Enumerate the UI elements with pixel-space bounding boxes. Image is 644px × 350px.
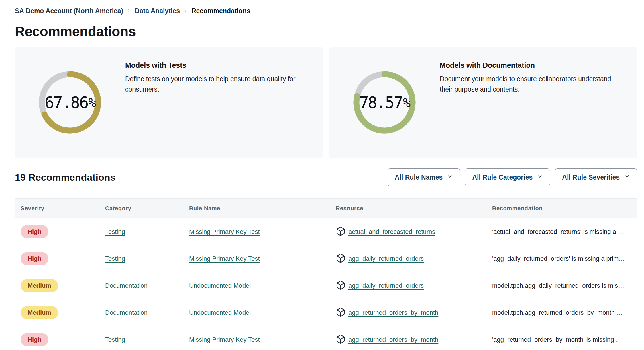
category-link[interactable]: Testing <box>105 336 125 343</box>
resource-cell: actual_and_forecasted_returns <box>330 226 486 237</box>
severity-badge: High <box>21 252 48 265</box>
rule-name-cell: Undocumented Model <box>183 282 330 289</box>
column-header-resource: Resource <box>330 205 486 212</box>
chevron-right-icon <box>126 8 132 14</box>
tests-card-description: Define tests on your models to help ensu… <box>125 74 309 94</box>
model-cube-icon <box>336 280 345 291</box>
rule-name-cell: Missing Primary Key Test <box>183 228 330 236</box>
chevron-right-icon <box>183 8 189 14</box>
docs-donut-chart: 78.57% <box>353 71 416 134</box>
severity-cell: Medium <box>15 306 99 319</box>
severity-badge: Medium <box>21 306 58 319</box>
rule-severities-filter-dropdown[interactable]: All Rule Severities <box>555 168 637 186</box>
category-cell: Documentation <box>99 309 183 316</box>
severity-cell: High <box>15 252 99 265</box>
tests-donut-zone: 67.86% <box>15 47 125 158</box>
tests-percent-label: 67.86% <box>39 71 101 134</box>
rule-name-cell: Undocumented Model <box>183 309 330 316</box>
page-title: Recommendations <box>15 24 637 39</box>
docs-donut-zone: 78.57% <box>329 47 440 158</box>
model-cube-icon <box>336 307 345 318</box>
severity-cell: Medium <box>15 279 99 292</box>
filter-label: All Rule Severities <box>562 174 620 181</box>
resource-cell: agg_daily_returned_orders <box>330 280 486 291</box>
breadcrumb-current: Recommendations <box>191 7 250 15</box>
category-cell: Testing <box>99 228 183 236</box>
column-header-severity: Severity <box>15 205 99 212</box>
column-header-recommendation: Recommendation <box>486 205 637 212</box>
model-cube-icon <box>336 253 345 264</box>
category-link[interactable]: Testing <box>105 255 125 262</box>
rule-name-link[interactable]: Missing Primary Key Test <box>189 228 260 235</box>
table-row: Medium Documentation Undocumented Model … <box>15 299 637 326</box>
table-row: Medium Documentation Undocumented Model … <box>15 272 637 299</box>
chevron-down-icon <box>537 173 543 181</box>
rule-names-filter-dropdown[interactable]: All Rule Names <box>388 168 460 186</box>
category-cell: Testing <box>99 336 183 343</box>
resource-link[interactable]: agg_returned_orders_by_month <box>348 309 438 316</box>
docs-card-text: Models with Documentation Document your … <box>440 47 637 158</box>
resource-cell: agg_daily_returned_orders <box>330 253 486 264</box>
column-header-category: Category <box>99 205 183 212</box>
docs-card-title: Models with Documentation <box>440 61 623 69</box>
severity-cell: High <box>15 333 99 346</box>
resource-cell: agg_returned_orders_by_month <box>330 307 486 318</box>
tests-donut-chart: 67.86% <box>39 71 101 134</box>
resource-link[interactable]: agg_daily_returned_orders <box>348 255 424 262</box>
category-cell: Documentation <box>99 282 183 289</box>
docs-card-description: Document your models to ensure collabora… <box>440 74 623 94</box>
resource-link[interactable]: actual_and_forecasted_returns <box>348 228 435 236</box>
breadcrumb-account-link[interactable]: SA Demo Account (North America) <box>15 7 123 15</box>
recommendation-cell: 'actual_and_forecasted_returns' is missi… <box>486 228 637 236</box>
recommendation-cell: 'agg_daily_returned_orders' is missing a… <box>486 255 637 262</box>
severity-cell: High <box>15 225 99 238</box>
filter-label: All Rule Categories <box>472 174 533 181</box>
recommendations-page: SA Demo Account (North America) Data Ana… <box>0 0 644 350</box>
table-row: High Testing Missing Primary Key Test ag… <box>15 326 637 350</box>
severity-badge: High <box>21 333 48 346</box>
column-header-rule-name: Rule Name <box>183 205 330 212</box>
rule-name-link[interactable]: Undocumented Model <box>189 282 251 289</box>
chevron-down-icon <box>624 173 630 181</box>
filter-bar: All Rule Names All Rule Categories All R… <box>388 168 637 186</box>
resource-link[interactable]: agg_returned_orders_by_month <box>348 336 438 343</box>
model-cube-icon <box>336 334 345 345</box>
breadcrumb-project-link[interactable]: Data Analytics <box>135 7 180 15</box>
chevron-down-icon <box>447 173 453 181</box>
tests-card-text: Models with Tests Define tests on your m… <box>125 47 323 158</box>
category-cell: Testing <box>99 255 183 262</box>
category-link[interactable]: Documentation <box>105 309 148 316</box>
recommendations-table: Severity Category Rule Name Resource Rec… <box>15 198 637 350</box>
tests-card-title: Models with Tests <box>125 61 309 69</box>
category-link[interactable]: Documentation <box>105 282 148 289</box>
table-row: High Testing Missing Primary Key Test ac… <box>15 218 637 245</box>
category-link[interactable]: Testing <box>105 228 125 235</box>
filter-label: All Rule Names <box>395 174 443 181</box>
models-with-tests-card: 67.86% Models with Tests Define tests on… <box>15 47 323 158</box>
docs-percent-label: 78.57% <box>353 71 416 134</box>
rule-name-cell: Missing Primary Key Test <box>183 336 330 343</box>
models-with-documentation-card: 78.57% Models with Documentation Documen… <box>329 47 637 158</box>
recommendation-cell: 'agg_returned_orders_by_month' is missin… <box>486 336 637 343</box>
rule-name-link[interactable]: Missing Primary Key Test <box>189 336 260 343</box>
rule-name-cell: Missing Primary Key Test <box>183 255 330 262</box>
severity-badge: Medium <box>21 279 58 292</box>
model-cube-icon <box>336 226 345 237</box>
resource-cell: agg_returned_orders_by_month <box>330 334 486 345</box>
recommendations-count-heading: 19 Recommendations <box>15 172 115 183</box>
breadcrumb: SA Demo Account (North America) Data Ana… <box>15 6 637 16</box>
metric-cards: 67.86% Models with Tests Define tests on… <box>15 47 637 158</box>
rule-name-link[interactable]: Missing Primary Key Test <box>189 255 260 262</box>
table-header-row: Severity Category Rule Name Resource Rec… <box>15 198 637 218</box>
rule-categories-filter-dropdown[interactable]: All Rule Categories <box>465 168 550 186</box>
rule-name-link[interactable]: Undocumented Model <box>189 309 251 316</box>
recommendation-cell: model.tpch.agg_returned_orders_by_month … <box>486 309 637 316</box>
severity-badge: High <box>21 225 48 238</box>
list-header: 19 Recommendations All Rule Names All Ru… <box>15 168 637 186</box>
recommendation-cell: model.tpch.agg_daily_returned_orders is … <box>486 282 637 289</box>
table-row: High Testing Missing Primary Key Test ag… <box>15 245 637 272</box>
resource-link[interactable]: agg_daily_returned_orders <box>348 282 424 289</box>
